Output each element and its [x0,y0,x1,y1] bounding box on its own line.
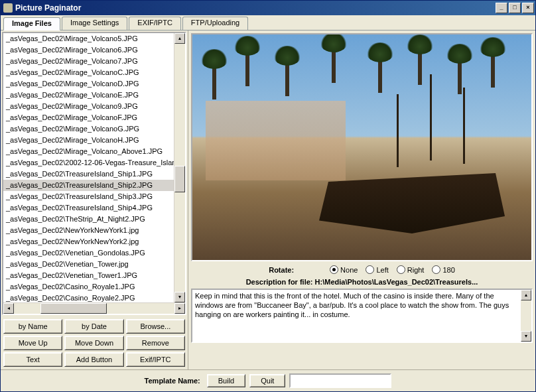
description-file-label: Description for file: H:\Media\Photos\La… [190,277,534,289]
description-box: Keep in mind that this is the front of t… [191,289,533,343]
radio-icon [432,265,440,274]
file-item[interactable]: _asVegas_Dec02\2002-12-06-Vegas-Treasure… [3,157,174,168]
file-item[interactable]: _asVegas_Dec02\Mirage_VolcanoC.JPG [3,67,174,78]
radio-icon [330,265,338,274]
window-title: Picture Paginator [15,3,496,13]
titlebar: Picture Paginator _ □ × [1,1,535,15]
text-button[interactable]: Text [3,352,62,367]
file-item[interactable]: _asVegas_Dec02\TreasureIsland_Ship1.JPG [3,168,174,180]
window-controls: _ □ × [496,3,534,13]
rotate-none-option[interactable]: None [330,265,358,274]
by-date-button[interactable]: by Date [64,319,123,334]
file-item[interactable]: _asVegas_Dec02\TreasureIsland_Ship2.JPG [3,180,174,191]
hscroll-thumb[interactable] [40,303,107,314]
remove-button[interactable]: Remove [126,336,185,350]
file-list-container: _asVegas_Dec02\Mirage_Volcano5.JPG_asVeg… [2,32,186,315]
file-item[interactable]: _asVegas_Dec02\Mirage_Volcano7.JPG [3,56,174,67]
scroll-left-arrow-icon[interactable]: ◂ [3,303,14,314]
file-item[interactable]: _asVegas_Dec02\Venetian_Gondolas.JPG [3,247,174,259]
file-list[interactable]: _asVegas_Dec02\Mirage_Volcano5.JPG_asVeg… [3,33,185,302]
button-grid: by Name by Date Browse... Move Up Move D… [1,316,188,369]
app-window: Picture Paginator _ □ × Image Files Imag… [0,0,536,392]
scroll-right-arrow-icon[interactable]: ▸ [174,303,185,314]
scroll-up-arrow-icon[interactable]: ▴ [174,33,185,44]
hscroll-track[interactable] [14,303,174,314]
tab-exif-iptc[interactable]: EXIF/IPTC [129,17,181,30]
file-item[interactable]: _asVegas_Dec02\Mirage_Volcano6.JPG [3,44,174,56]
scroll-thumb[interactable] [174,166,185,192]
description-textarea[interactable]: Keep in mind that this is the front of t… [192,290,521,342]
panes: _asVegas_Dec02\Mirage_Volcano5.JPG_asVeg… [1,31,535,369]
file-item[interactable]: _asVegas_Dec02\Venetian_Tower.jpg [3,259,174,270]
rotate-left-option[interactable]: Left [366,265,388,274]
radio-icon [397,265,405,274]
scroll-up-arrow-icon[interactable]: ▴ [521,290,531,300]
file-item[interactable]: _asVegas_Dec02\Mirage_VolcanoF.JPG [3,112,174,123]
scroll-down-arrow-icon[interactable]: ▾ [174,292,185,302]
file-item[interactable]: _asVegas_Dec02\NewYorkNewYork1.jpg [3,225,174,236]
file-item[interactable]: _asVegas_Dec02\Mirage_VolcanoH.JPG [3,135,174,146]
move-up-button[interactable]: Move Up [3,336,62,350]
footer-bar: Template Name: Build Quit [1,369,535,391]
file-item[interactable]: _asVegas_Dec02\TreasureIsland_Ship3.JPG [3,191,174,202]
tab-ftp-uploading[interactable]: FTP/Uploading [182,17,248,30]
rotate-right-option[interactable]: Right [397,265,425,274]
file-item[interactable]: _asVegas_Dec02\Venetian_Tower1.JPG [3,270,174,281]
file-item[interactable]: _asVegas_Dec02\Casino_Royale1.JPG [3,281,174,293]
exif-iptc-button[interactable]: Exif/IPTC [126,352,185,367]
tab-image-settings[interactable]: Image Settings [62,17,127,30]
add-button-button[interactable]: Add Button [64,352,123,367]
file-item[interactable]: _asVegas_Dec02\Mirage_VolcanoE.JPG [3,90,174,101]
file-item[interactable]: _asVegas_Dec02\Mirage_Volcano_Above1.JPG [3,146,174,157]
quit-button[interactable]: Quit [249,374,285,387]
minimize-button[interactable]: _ [496,3,507,13]
file-item[interactable]: _asVegas_Dec02\TreasureIsland_Ship4.JPG [3,202,174,214]
file-item[interactable]: _asVegas_Dec02\Casino_Royale2.JPG [3,293,174,302]
maximize-button[interactable]: □ [509,3,521,13]
tab-image-files[interactable]: Image Files [3,17,60,31]
right-pane: Rotate: None Left Right [188,31,535,369]
file-item[interactable]: _asVegas_Dec02\Mirage_VolcanoG.JPG [3,123,174,135]
template-name-label: Template Name: [145,377,200,385]
app-icon [3,3,13,13]
template-name-input[interactable] [289,373,391,388]
file-list-vscrollbar[interactable]: ▴ ▾ [174,33,185,302]
rotate-label: Rotate: [269,266,294,274]
radio-icon [366,265,374,274]
rotate-right-label: Right [407,266,425,274]
rotate-180-option[interactable]: 180 [432,265,454,274]
rotate-left-label: Left [376,266,388,274]
scroll-down-arrow-icon[interactable]: ▾ [521,331,531,342]
file-item[interactable]: _asVegas_Dec02\TheStrip_At_Night2.JPG [3,214,174,225]
file-item[interactable]: _asVegas_Dec02\Mirage_Volcano9.JPG [3,101,174,112]
build-button[interactable]: Build [207,374,245,387]
by-name-button[interactable]: by Name [3,319,62,334]
rotate-radio-group: None Left Right 180 [330,265,455,274]
rotate-none-label: None [340,266,358,274]
description-vscrollbar[interactable]: ▴ ▾ [521,290,531,342]
browse-button[interactable]: Browse... [126,319,185,334]
file-item[interactable]: _asVegas_Dec02\Mirage_Volcano5.JPG [3,33,174,44]
preview-scene [192,34,531,260]
close-button[interactable]: × [522,3,534,13]
file-item[interactable]: _asVegas_Dec02\NewYorkNewYork2.jpg [3,236,174,247]
rotate-180-label: 180 [442,266,454,274]
left-pane: _asVegas_Dec02\Mirage_Volcano5.JPG_asVeg… [1,31,188,369]
rotate-row: Rotate: None Left Right [190,263,534,277]
image-preview [191,33,533,261]
tab-bar: Image Files Image Settings EXIF/IPTC FTP… [1,15,535,31]
move-down-button[interactable]: Move Down [64,336,123,350]
file-list-hscrollbar[interactable]: ◂ ▸ [3,302,185,314]
content-area: _asVegas_Dec02\Mirage_Volcano5.JPG_asVeg… [1,31,535,391]
file-item[interactable]: _asVegas_Dec02\Mirage_VolcanoD.JPG [3,78,174,90]
